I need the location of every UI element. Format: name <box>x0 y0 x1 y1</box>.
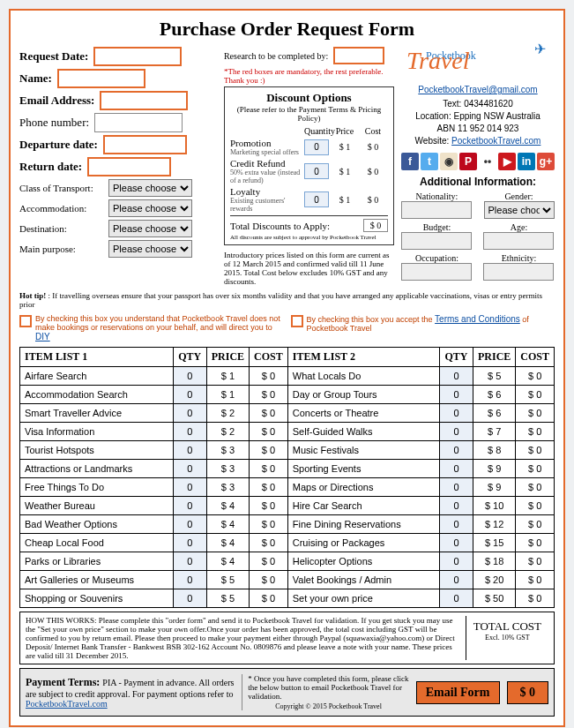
item-cost: $ 0 <box>250 534 288 552</box>
item-name: Concerts or Theatre <box>287 404 439 423</box>
label-return: Return date: <box>19 160 82 174</box>
twitter-icon[interactable]: t <box>421 153 438 170</box>
terms-link[interactable]: Terms and Conditions <box>435 314 520 324</box>
checkbox-row: By checking this box you understand that… <box>19 314 555 341</box>
age-input[interactable] <box>483 232 554 250</box>
item-qty-input[interactable] <box>178 518 202 530</box>
discount-qty-input[interactable] <box>304 139 329 155</box>
item-qty-input[interactable] <box>178 388 202 401</box>
item-qty-input[interactable] <box>178 499 202 512</box>
item-cost: $ 0 <box>250 589 288 608</box>
checkbox-terms[interactable] <box>291 315 303 327</box>
discount-qty-input[interactable] <box>304 163 329 179</box>
ethnicity-input[interactable] <box>483 263 554 281</box>
total-amount: $ 0 <box>507 681 549 704</box>
label-accommodation: Accommodation: <box>19 203 103 214</box>
email-input[interactable] <box>100 91 188 110</box>
item-qty-input[interactable] <box>444 537 468 549</box>
item-qty-input[interactable] <box>178 537 202 549</box>
table-header: ITEM LIST 1 <box>20 348 174 367</box>
item-name: Maps or Directions <box>287 478 439 497</box>
pinterest-icon[interactable]: P <box>459 153 477 170</box>
contact-location: Location: Epping NSW Australia <box>401 110 555 123</box>
contact-abn: ABN 11 952 014 923 <box>401 123 555 135</box>
email-form-button[interactable]: Email Form <box>416 681 500 704</box>
item-qty-input[interactable] <box>178 462 202 475</box>
item-qty-input[interactable] <box>178 407 202 419</box>
flickr-icon[interactable]: •• <box>479 153 496 170</box>
item-qty-input[interactable] <box>444 481 468 493</box>
checkbox-no-bookings[interactable] <box>19 315 32 327</box>
item-price: $ 5 <box>473 367 515 386</box>
item-name: Fine Dining Reservations <box>287 515 439 534</box>
return-input[interactable] <box>87 157 171 176</box>
instagram-icon[interactable]: ◉ <box>440 153 458 170</box>
discount-price: $ 1 <box>332 142 357 152</box>
google-icon[interactable]: g+ <box>537 153 555 170</box>
item-price: $ 3 <box>206 460 249 478</box>
item-qty-input[interactable] <box>444 370 468 382</box>
item-qty-input[interactable] <box>178 370 202 382</box>
diy-link[interactable]: DIY <box>35 332 50 341</box>
gender-select[interactable]: Please choose... <box>484 201 555 219</box>
item-qty-input[interactable] <box>444 555 468 567</box>
item-qty-input[interactable] <box>444 574 468 586</box>
item-qty-input[interactable] <box>178 592 202 604</box>
website-link[interactable]: PocketbookTravel.com <box>451 136 540 146</box>
item-qty-input[interactable] <box>444 499 468 512</box>
col-qty: Quantity <box>304 126 329 136</box>
linkedin-icon[interactable]: in <box>518 153 535 170</box>
item-qty-input[interactable] <box>178 574 202 586</box>
departure-input[interactable] <box>103 135 187 154</box>
phone-input[interactable] <box>94 113 183 132</box>
item-qty-input[interactable] <box>178 555 202 567</box>
item-qty-input[interactable] <box>444 444 468 456</box>
item-qty-input[interactable] <box>178 425 202 438</box>
item-qty-input[interactable] <box>444 462 468 475</box>
discount-name: Promotion <box>230 138 301 148</box>
item-price: $ 50 <box>473 589 515 608</box>
item-price: $ 1 <box>206 386 249 404</box>
item-price: $ 2 <box>206 404 249 423</box>
item-qty-input[interactable] <box>444 388 468 401</box>
item-cost: $ 0 <box>516 589 555 608</box>
checkbox-terms-text: By checking this box you accept the Term… <box>307 314 555 333</box>
item-cost: $ 0 <box>250 497 288 515</box>
pay-link[interactable]: PocketbookTravel.com <box>26 699 108 709</box>
item-name: Day or Group Tours <box>287 386 439 404</box>
brand-email-link[interactable]: PocketbookTravel@gmail.com <box>418 85 537 94</box>
hot-tip: Hot tip! : If travelling overseas ensure… <box>19 291 555 309</box>
label-occupation: Occupation: <box>401 253 473 263</box>
total-cost-box: TOTAL COST Excl. 10% GST <box>466 616 548 660</box>
facebook-icon[interactable]: f <box>401 153 419 170</box>
budget-input[interactable] <box>401 232 472 250</box>
item-cost: $ 0 <box>250 404 288 423</box>
name-input[interactable] <box>57 69 145 88</box>
item-qty-input[interactable] <box>178 444 202 456</box>
youtube-icon[interactable]: ▶ <box>498 153 516 170</box>
discount-cost: $ 0 <box>361 167 385 176</box>
table-header: QTY <box>439 348 473 367</box>
item-qty-input[interactable] <box>444 407 468 419</box>
item-qty-input[interactable] <box>444 425 468 438</box>
class-select[interactable]: Please choose... <box>108 179 192 197</box>
item-name: Shopping or Souvenirs <box>20 589 174 608</box>
request-date-input[interactable] <box>93 47 182 66</box>
item-cost: $ 0 <box>516 571 555 589</box>
item-name: Art Galleries or Museums <box>20 571 174 589</box>
discount-qty-input[interactable] <box>304 191 329 207</box>
destination-select[interactable]: Please choose... <box>108 220 192 237</box>
item-price: $ 15 <box>473 534 515 552</box>
item-qty-input[interactable] <box>444 518 468 530</box>
purpose-select[interactable]: Please choose... <box>108 240 192 258</box>
research-by-input[interactable] <box>333 47 384 64</box>
item-qty-input[interactable] <box>178 481 202 493</box>
table-header: PRICE <box>473 348 515 367</box>
occupation-input[interactable] <box>401 263 472 281</box>
item-qty-input[interactable] <box>444 592 468 604</box>
discount-note: 50% extra value (instead of a refund) <box>230 169 301 184</box>
label-phone: Phone number: <box>19 116 89 130</box>
middle-column: Research to be completed by: *The red bo… <box>224 44 394 286</box>
nationality-input[interactable] <box>401 201 472 219</box>
accommodation-select[interactable]: Please choose... <box>108 199 192 217</box>
